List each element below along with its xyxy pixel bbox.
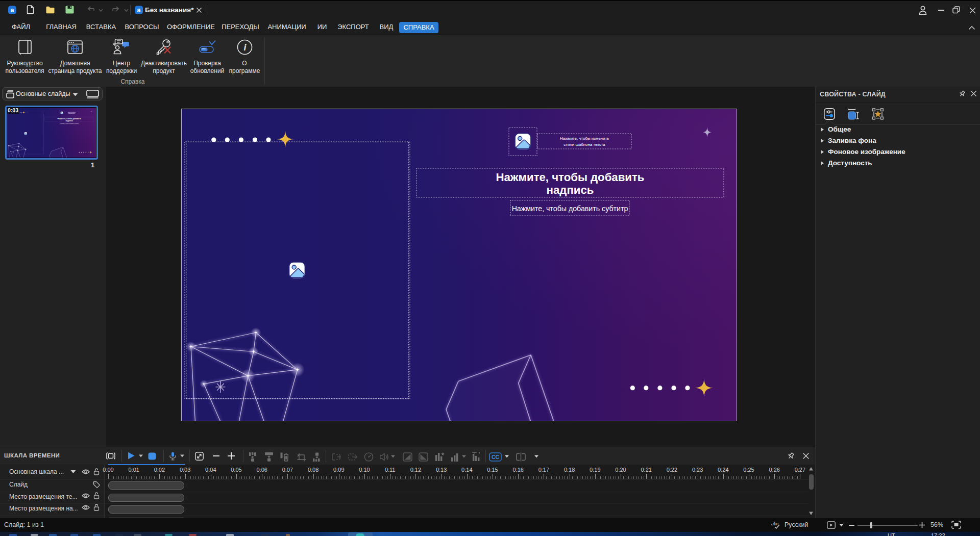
svg-text:CC: CC: [492, 454, 500, 460]
svg-text:i: i: [243, 42, 247, 53]
svg-text:a: a: [11, 7, 15, 14]
svg-text:abc: abc: [771, 521, 779, 526]
svg-text:a: a: [137, 7, 141, 14]
